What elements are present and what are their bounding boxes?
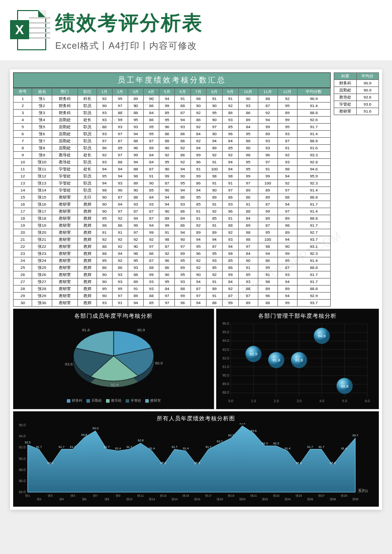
svg-text:91.7: 91.7	[127, 445, 133, 448]
table-row: 11张11学管处处长949488879094911009495919894.6	[14, 166, 331, 173]
svg-text:91.4: 91.4	[183, 447, 189, 450]
svg-text:95.0: 95.0	[92, 427, 99, 430]
table-row: 24张24教研室教师95929587969592938590869591.4	[14, 257, 331, 264]
bubble-chart-svg: 88.089.090.091.092.093.094.095.096.00.01…	[217, 321, 378, 406]
svg-text:张18: 张18	[217, 498, 223, 501]
svg-text:张17: 张17	[205, 494, 212, 497]
table-header: 7月	[190, 88, 206, 96]
table-header: 4月	[144, 88, 159, 96]
table-row: 8张8后勤处职员96859689909294898590939191.6	[14, 145, 331, 152]
table-row: 10张10教导处职员93889484959296919495979392.8	[14, 159, 331, 166]
svg-text:91.4: 91.4	[341, 447, 347, 450]
table-row: 12张12学管处职员95949891999099989899999495.9	[14, 173, 331, 180]
summary-header: 平均分	[356, 73, 379, 80]
svg-text:90.0: 90.0	[222, 374, 229, 377]
main-data-table: 序号姓名部门职位1月2月3月4月5月6月7月8月9月10月11月12月平均分数 …	[13, 88, 331, 307]
svg-text:86.0: 86.0	[19, 479, 26, 483]
table-header: 序号	[14, 88, 32, 96]
summary-row: 教导处92.6	[334, 94, 379, 101]
table-row: 7张7后勤处职员97878887888692948488938788.8	[14, 138, 331, 145]
page-subtitle: Excel格式丨A4打印丨内容可修改	[55, 40, 382, 52]
svg-text:94.6: 94.6	[251, 429, 257, 432]
svg-text:92.6: 92.6	[111, 383, 119, 387]
svg-text:张1: 张1	[25, 494, 30, 497]
svg-text:91.6: 91.6	[82, 328, 90, 332]
table-row: 21张21教研室教师929292929890949493981009493.7	[14, 236, 331, 243]
svg-text:张12: 张12	[149, 498, 155, 501]
table-row: 3张3财务科职员93888884858792958686928988.8	[14, 110, 331, 117]
svg-text:张27: 张27	[318, 494, 325, 497]
top-banner: X 绩效考评分析表 Excel格式丨A4打印丨内容可修改	[0, 0, 392, 60]
svg-text:91.7: 91.7	[70, 445, 76, 448]
table-row: 1张1财务科科长92958990949198919190889290.9	[14, 96, 331, 103]
svg-text:91.7: 91.7	[319, 445, 325, 448]
table-row: 15张15教研室主任90878884948695898686898888.8	[14, 194, 331, 201]
svg-text:91.7: 91.7	[36, 445, 42, 448]
svg-text:92.0: 92.0	[222, 356, 229, 360]
table-header: 11月	[258, 88, 277, 96]
svg-text:96.0: 96.0	[19, 423, 26, 427]
svg-text:张14: 张14	[171, 498, 178, 501]
svg-text:张5: 张5	[70, 494, 75, 497]
svg-text:91.7: 91.7	[104, 445, 110, 448]
svg-text:92.5: 92.5	[25, 441, 31, 444]
svg-text:93.7: 93.7	[228, 434, 234, 437]
table-row: 13张13学管处职员949389908795869191971009292.3	[14, 180, 331, 187]
svg-text:0.0: 0.0	[228, 399, 233, 403]
svg-text:4.0: 4.0	[319, 399, 324, 403]
table-header: 3月	[128, 88, 144, 96]
table-header: 10月	[238, 88, 258, 96]
summary-row: 后勤处90.9	[334, 87, 379, 94]
svg-text:张10: 张10	[126, 498, 133, 501]
svg-text:92.7: 92.7	[217, 440, 223, 443]
summary-row: 学管处93.6	[334, 101, 379, 108]
svg-text:92.0: 92.0	[19, 445, 26, 449]
table-header: 5月	[159, 88, 175, 96]
svg-text:张16: 张16	[194, 498, 201, 501]
svg-text:90.9: 90.9	[155, 361, 163, 365]
table-row: 4张4后勤处处长93999586959486909389949992.6	[14, 117, 331, 124]
svg-text:84.0: 84.0	[19, 490, 26, 494]
svg-text:张26: 张26	[307, 498, 314, 501]
svg-text:张7: 张7	[93, 494, 98, 497]
table-row: 25张25教研室教师86869388868992858691958788.8	[14, 264, 331, 271]
svg-text:张2: 张2	[37, 498, 42, 501]
table-header: 平均分数	[297, 88, 330, 96]
svg-text:2.0: 2.0	[274, 399, 279, 403]
bubble-chart-title: 各部门管理干部年度考核分析	[217, 309, 378, 321]
svg-text:95.9: 95.9	[239, 423, 245, 425]
svg-text:88.8: 88.8	[341, 384, 349, 389]
svg-text:89.0: 89.0	[222, 382, 229, 386]
table-row: 2张2财务科职员90979086998890909293879591.4	[14, 103, 331, 110]
svg-text:91.7: 91.7	[171, 445, 177, 448]
svg-text:93.8: 93.8	[81, 433, 87, 436]
table-row: 5张5后勤处职员86939395969392978584999591.7	[14, 124, 331, 131]
table-header: 部门	[52, 88, 78, 96]
summary-row: 财务科90.9	[334, 80, 379, 87]
spreadsheet-preview: 员工年度绩效考核分数汇总 序号姓名部门职位1月2月3月4月5月6月7月8月9月1…	[10, 69, 382, 510]
svg-text:96.0: 96.0	[222, 322, 229, 325]
svg-text:93.6: 93.6	[65, 362, 73, 366]
svg-text:张3: 张3	[48, 494, 53, 497]
svg-text:88.8: 88.8	[160, 461, 166, 465]
svg-text:91.0: 91.0	[222, 365, 229, 368]
summary-table: 科室平均分 财务科90.9后勤处90.9教导处92.6学管处93.6教研室91.…	[334, 72, 379, 115]
svg-text:91.8: 91.8	[295, 358, 303, 362]
pie-chart-title: 各部门成员年度平均考核分析	[14, 309, 214, 321]
svg-text:90.0: 90.0	[19, 457, 26, 460]
area-chart-svg: 84.086.088.090.092.094.096.092.5张191.7张2…	[14, 423, 378, 506]
svg-text:92.5: 92.5	[250, 352, 258, 356]
svg-text:5.0: 5.0	[342, 399, 347, 403]
svg-text:92.3: 92.3	[273, 442, 279, 445]
svg-text:张4: 张4	[59, 498, 64, 501]
summary-header: 科室	[334, 73, 357, 80]
svg-text:1.0: 1.0	[251, 399, 256, 403]
svg-text:91.4: 91.4	[284, 447, 290, 450]
table-header: 8月	[206, 88, 223, 96]
pie-chart: 各部门成员年度平均考核分析 90.990.992.693.691.6 财务科后勤…	[13, 309, 214, 409]
svg-text:张25: 张25	[296, 494, 302, 497]
svg-text:张19: 张19	[228, 494, 234, 497]
svg-text:张11: 张11	[137, 494, 144, 497]
svg-text:张20: 张20	[239, 498, 246, 501]
table-row: 19张19教研室教师98869994998692918889879891.7	[14, 222, 331, 229]
